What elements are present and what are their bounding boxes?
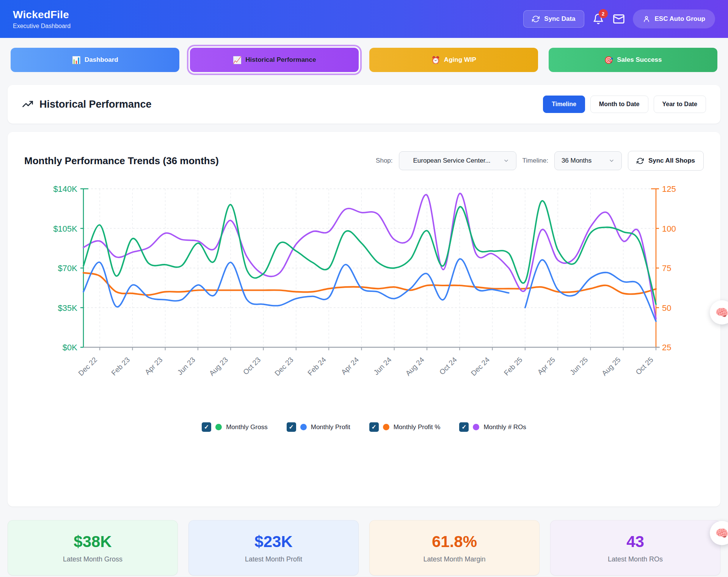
svg-text:125: 125 <box>662 184 676 194</box>
checkbox-checked-icon[interactable]: ✓ <box>369 422 379 432</box>
stat-card-latest-month-profit: $23K Latest Month Profit <box>188 520 359 575</box>
refresh-icon <box>532 15 540 23</box>
notification-badge: 2 <box>599 9 608 18</box>
timeline-label: Timeline: <box>522 157 548 165</box>
svg-text:Oct 23: Oct 23 <box>242 356 262 376</box>
svg-text:Apr 24: Apr 24 <box>340 356 361 376</box>
stat-value: 43 <box>626 533 644 551</box>
stat-label: Latest Month ROs <box>608 555 663 563</box>
svg-text:Dec 23: Dec 23 <box>273 356 295 377</box>
svg-text:50: 50 <box>662 303 671 313</box>
legend-item-monthly-profit-pct[interactable]: ✓ Monthly Profit % <box>369 422 441 432</box>
svg-text:Aug 25: Aug 25 <box>600 356 622 377</box>
checkbox-checked-icon[interactable]: ✓ <box>459 422 469 432</box>
timeline-select-value: 36 Months <box>562 157 592 165</box>
svg-text:Oct 25: Oct 25 <box>634 356 654 376</box>
trending-up-icon <box>22 99 33 110</box>
mail-icon <box>613 13 625 25</box>
app-title: WickedFile <box>13 9 71 21</box>
stat-label: Latest Month Gross <box>63 555 122 563</box>
page: WickedFile Executive Dashboard Sync Data… <box>0 0 728 577</box>
view-buttons: Timeline Month to Date Year to Date <box>543 96 706 113</box>
brain-icon: 🧠 <box>715 527 728 539</box>
tab-historical-performance[interactable]: 📈 Historical Performance <box>190 48 359 72</box>
legend-item-monthly-ros[interactable]: ✓ Monthly # ROs <box>459 422 526 432</box>
stat-cards: $38K Latest Month Gross $23K Latest Mont… <box>8 520 720 575</box>
svg-text:100: 100 <box>662 224 676 234</box>
performance-chart[interactable]: $0K$35K$70K$105K$140K255075100125Dec 22F… <box>24 180 704 393</box>
stat-card-latest-month-margin: 61.8% Latest Month Margin <box>369 520 540 575</box>
svg-text:$35K: $35K <box>58 303 78 313</box>
user-icon <box>643 15 650 23</box>
shop-select[interactable]: European Service Center... <box>399 151 516 170</box>
chart-area: $0K$35K$70K$105K$140K255075100125Dec 22F… <box>24 180 704 394</box>
svg-text:Aug 24: Aug 24 <box>404 356 426 378</box>
svg-text:Feb 25: Feb 25 <box>502 356 524 377</box>
header: WickedFile Executive Dashboard Sync Data… <box>0 0 728 38</box>
brain-icon: 🧠 <box>715 306 728 319</box>
svg-text:$0K: $0K <box>63 343 77 352</box>
shop-label: Shop: <box>376 157 392 165</box>
checkbox-checked-icon[interactable]: ✓ <box>287 422 296 432</box>
svg-text:Oct 24: Oct 24 <box>438 356 459 376</box>
svg-text:$70K: $70K <box>58 263 78 273</box>
stat-value: 61.8% <box>432 533 477 551</box>
refresh-icon <box>637 157 644 165</box>
sync-all-shops-button[interactable]: Sync All Shops <box>628 151 704 171</box>
svg-text:Aug 23: Aug 23 <box>208 356 229 377</box>
svg-text:Jun 24: Jun 24 <box>372 356 393 376</box>
target-icon: 🎯 <box>604 56 613 64</box>
shop-select-value: European Service Center... <box>406 157 498 165</box>
svg-text:Apr 25: Apr 25 <box>536 356 557 376</box>
orange-dot-icon <box>383 424 389 430</box>
notifications-button[interactable]: 2 <box>592 13 605 25</box>
year-to-date-button[interactable]: Year to Date <box>654 96 706 113</box>
sync-data-button[interactable]: Sync Data <box>523 10 584 28</box>
svg-text:Dec 24: Dec 24 <box>469 356 491 378</box>
svg-text:Dec 22: Dec 22 <box>77 356 99 377</box>
timeline-select[interactable]: 36 Months <box>554 151 622 170</box>
chevron-down-icon <box>503 158 509 164</box>
bar-chart-icon: 📊 <box>72 56 81 64</box>
account-button[interactable]: ESC Auto Group <box>633 9 715 28</box>
chart-card: Monthly Performance Trends (36 months) S… <box>8 132 720 506</box>
tab-aging-wip[interactable]: ⏰ Aging WIP <box>369 48 538 72</box>
tab-dashboard[interactable]: 📊 Dashboard <box>11 48 179 72</box>
checkbox-checked-icon[interactable]: ✓ <box>202 422 211 432</box>
tab-label: Dashboard <box>85 56 118 64</box>
brand: WickedFile Executive Dashboard <box>13 9 71 30</box>
app-subtitle: Executive Dashboard <box>13 23 71 30</box>
timeline-view-button[interactable]: Timeline <box>543 96 585 113</box>
chart-header: Monthly Performance Trends (36 months) S… <box>24 151 704 171</box>
tab-sales-success[interactable]: 🎯 Sales Success <box>549 48 717 72</box>
legend-label: Monthly # ROs <box>483 423 526 431</box>
stat-card-latest-month-ros: 43 Latest Month ROs <box>550 520 720 575</box>
legend-label: Monthly Profit <box>311 423 350 431</box>
month-to-date-button[interactable]: Month to Date <box>590 96 648 113</box>
svg-text:Feb 23: Feb 23 <box>110 356 132 377</box>
legend-label: Monthly Profit % <box>394 423 441 431</box>
sync-all-shops-label: Sync All Shops <box>648 157 695 165</box>
alarm-clock-icon: ⏰ <box>431 56 440 64</box>
legend-label: Monthly Gross <box>226 423 268 431</box>
chart-increasing-icon: 📈 <box>233 56 242 64</box>
svg-text:$105K: $105K <box>53 224 77 234</box>
stat-label: Latest Month Profit <box>245 555 302 563</box>
tab-label: Historical Performance <box>245 56 316 64</box>
account-name: ESC Auto Group <box>655 15 705 23</box>
legend-item-monthly-profit[interactable]: ✓ Monthly Profit <box>287 422 350 432</box>
stat-label: Latest Month Margin <box>423 555 485 563</box>
blue-dot-icon <box>300 424 307 430</box>
svg-text:Jun 25: Jun 25 <box>568 356 589 376</box>
svg-text:$140K: $140K <box>53 184 77 194</box>
section-header-card: Historical Performance Timeline Month to… <box>8 85 720 124</box>
svg-text:25: 25 <box>662 343 671 352</box>
stat-value: $38K <box>74 533 111 551</box>
section-title-wrap: Historical Performance <box>22 99 152 110</box>
nav-tabs: 📊 Dashboard 📈 Historical Performance ⏰ A… <box>11 48 717 72</box>
legend-item-monthly-gross[interactable]: ✓ Monthly Gross <box>202 422 268 432</box>
messages-button[interactable] <box>612 13 625 25</box>
purple-dot-icon <box>473 424 479 430</box>
header-actions: Sync Data 2 ESC Auto Group <box>523 9 715 28</box>
svg-text:75: 75 <box>662 263 671 273</box>
